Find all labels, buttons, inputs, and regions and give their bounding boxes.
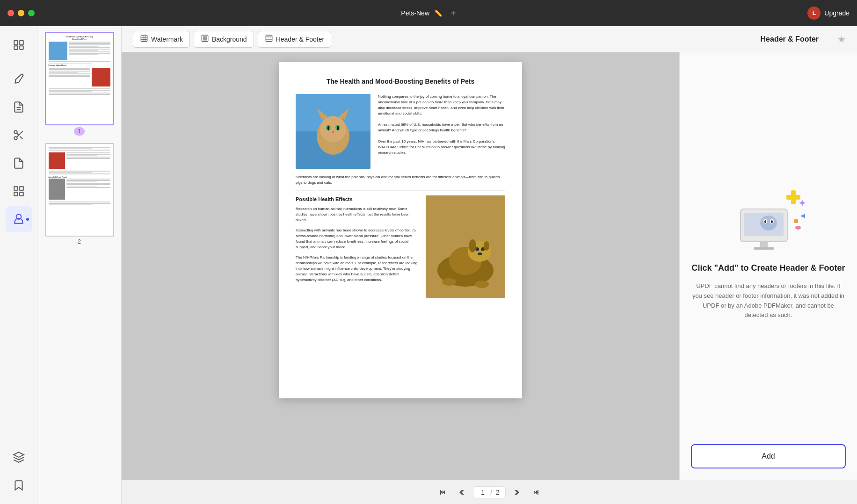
svg-point-33 [337, 126, 339, 130]
svg-rect-1 [20, 40, 23, 45]
nav-last-button[interactable] [528, 485, 543, 500]
sidebar-item-annotate[interactable] [6, 94, 32, 120]
svg-rect-61 [794, 219, 798, 223]
svg-marker-59 [799, 200, 806, 206]
svg-rect-0 [14, 40, 18, 45]
sidebar-item-pages[interactable] [6, 150, 32, 176]
doc-text-main: Nothing compares to the joy of coming ho… [378, 94, 505, 169]
sidebar-item-scissors[interactable] [6, 122, 32, 148]
user-avatar[interactable]: L [807, 7, 821, 20]
svg-point-34 [332, 131, 334, 133]
svg-rect-51 [754, 247, 774, 250]
page-separator: / [490, 489, 492, 496]
doc-section2-title: Possible Health Effects [296, 195, 420, 203]
svg-point-43 [478, 252, 482, 255]
thumb-img-1: The Health and Mood-BoostingBenefits of … [45, 32, 114, 125]
titlebar: Pets-New ✏️ + L Upgrade [0, 0, 857, 26]
nav-prev-button[interactable] [454, 485, 469, 500]
sidebar-item-reader[interactable] [6, 32, 32, 58]
svg-rect-12 [20, 187, 23, 190]
svg-rect-22 [203, 36, 207, 40]
maximize-button[interactable] [28, 10, 35, 16]
main-container: The Health and Mood-BoostingBenefits of … [0, 26, 857, 504]
page-1-number: 1 [74, 127, 85, 136]
svg-point-52 [760, 216, 777, 230]
header-footer-button[interactable]: Header & Footer [258, 31, 332, 48]
background-icon [201, 34, 209, 44]
sidebar-item-organize[interactable] [6, 178, 32, 204]
upgrade-button[interactable]: Upgrade [824, 9, 850, 17]
thumbnail-panel: The Health and Mood-BoostingBenefits of … [37, 26, 122, 504]
svg-point-44 [469, 239, 476, 252]
minimize-button[interactable] [18, 10, 24, 16]
svg-line-10 [16, 133, 18, 135]
svg-point-32 [327, 126, 329, 130]
total-pages: 2 [496, 489, 500, 496]
toolbar: Watermark Background [122, 26, 857, 52]
nav-first-button[interactable] [436, 485, 450, 500]
svg-rect-14 [14, 192, 18, 196]
svg-rect-64 [537, 490, 538, 495]
thumbnail-page-1[interactable]: The Health and Mood-BoostingBenefits of … [41, 32, 117, 136]
panel-title: Click "Add" to Create Header & Footer [691, 262, 845, 274]
svg-point-55 [764, 220, 766, 223]
right-panel: Click "Add" to Create Header & Footer UP… [679, 52, 857, 480]
svg-marker-15 [14, 452, 24, 457]
close-button[interactable] [7, 10, 14, 16]
svg-rect-13 [20, 192, 23, 196]
thumb-img-2: Animals Helping People [45, 143, 114, 237]
svg-point-56 [771, 220, 773, 223]
sidebar-item-bookmark[interactable] [6, 472, 32, 498]
svg-point-46 [442, 278, 456, 286]
svg-point-29 [320, 116, 346, 142]
edit-title-icon[interactable]: ✏️ [434, 9, 442, 17]
nav-next-button[interactable] [509, 485, 524, 500]
active-dot [26, 218, 29, 221]
traffic-lights [7, 10, 35, 16]
tab-title: Pets-New [401, 9, 429, 17]
svg-point-6 [14, 130, 17, 134]
svg-rect-58 [786, 195, 800, 200]
svg-point-45 [484, 241, 489, 251]
svg-rect-2 [14, 46, 18, 50]
sidebar-divider-1 [9, 62, 28, 62]
svg-rect-50 [760, 242, 768, 247]
doc-separator-text: Scientists are looking at what the poten… [296, 174, 505, 186]
svg-rect-63 [440, 490, 441, 495]
sidebar-item-stamp[interactable] [6, 206, 32, 232]
bottom-nav: 1 / 2 [122, 480, 857, 504]
header-footer-label: Header & Footer [276, 36, 325, 43]
svg-rect-11 [14, 187, 18, 190]
background-button[interactable]: Background [194, 31, 254, 48]
header-footer-icon [265, 34, 273, 44]
favorite-button[interactable]: ★ [837, 34, 846, 45]
document-page: The Health and Mood-Boosting Benefits of… [279, 62, 522, 398]
current-page[interactable]: 1 [479, 489, 487, 496]
doc-title: The Health and Mood-Boosting Benefits of… [296, 77, 505, 86]
svg-rect-23 [266, 35, 272, 42]
svg-rect-16 [141, 35, 147, 42]
titlebar-center: Pets-New ✏️ + [401, 8, 456, 19]
add-button[interactable]: Add [691, 444, 846, 468]
page-2-number: 2 [78, 238, 81, 245]
panel-description: UPDF cannot find any headers or footers … [691, 281, 846, 320]
sidebar-item-pen[interactable] [6, 66, 32, 92]
background-label: Background [212, 36, 247, 43]
watermark-button[interactable]: Watermark [133, 31, 190, 48]
svg-point-62 [795, 226, 801, 230]
right-panel-content: Click "Add" to Create Header & Footer UP… [691, 64, 846, 433]
thumbnail-page-2[interactable]: Animals Helping People [41, 143, 117, 245]
doc-image-cat [296, 94, 370, 169]
upgrade-section: L Upgrade [807, 7, 850, 20]
section-title: Header & Footer [761, 35, 819, 43]
svg-point-47 [475, 281, 489, 288]
svg-point-7 [14, 137, 17, 140]
document-viewer[interactable]: The Health and Mood-Boosting Benefits of… [122, 52, 679, 480]
sidebar-item-layers[interactable] [6, 444, 32, 470]
svg-rect-3 [20, 46, 23, 50]
page-info: 1 / 2 [473, 486, 506, 498]
svg-marker-60 [800, 214, 805, 218]
watermark-label: Watermark [151, 36, 183, 43]
svg-line-9 [20, 137, 22, 139]
add-tab-button[interactable]: + [450, 8, 456, 19]
